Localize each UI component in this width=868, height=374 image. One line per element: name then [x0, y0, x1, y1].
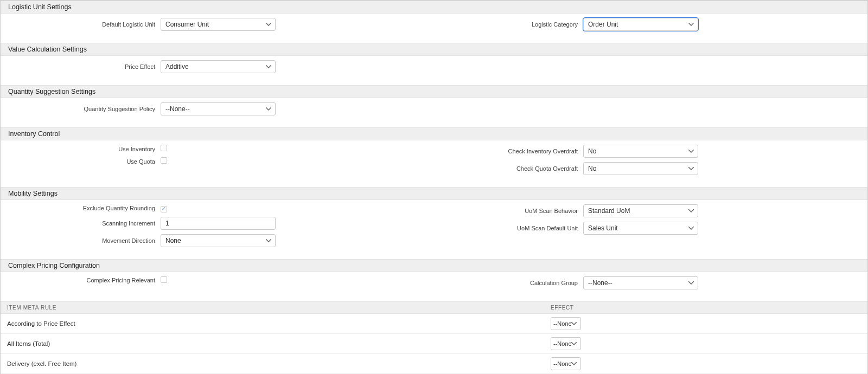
- section-header-quantity: Quantity Suggestion Settings: [1, 85, 867, 98]
- table-row: Delivery (excl. Free Item)--None--: [1, 354, 867, 374]
- label-check-quota-overdraft: Check Quota Overdraft: [434, 165, 583, 172]
- table-row: According to Price Effect--None--: [1, 314, 867, 334]
- checkbox-complex-pricing-relevant[interactable]: [161, 276, 167, 283]
- section-header-mobility: Mobility Settings: [1, 187, 867, 200]
- section-header-logistic: Logistic Unit Settings: [1, 1, 867, 14]
- select-uom-scan-behavior[interactable]: Standard UoM: [583, 204, 698, 217]
- label-default-logistic-unit: Default Logistic Unit: [1, 21, 161, 28]
- select-movement-direction[interactable]: None: [161, 234, 276, 247]
- label-price-effect: Price Effect: [1, 63, 161, 70]
- section-header-inventory: Inventory Control: [1, 127, 867, 140]
- label-use-quota: Use Quota: [1, 158, 161, 165]
- select-calculation-group[interactable]: --None--: [583, 276, 698, 289]
- section-header-complex: Complex Pricing Configuration: [1, 259, 867, 272]
- label-quantity-policy: Quantity Suggestion Policy: [1, 106, 161, 112]
- select-effect[interactable]: --None--: [551, 357, 581, 370]
- select-check-quota-overdraft[interactable]: No: [583, 162, 698, 175]
- table-row: All Items (Total)--None--: [1, 334, 867, 354]
- select-effect[interactable]: --None--: [551, 337, 581, 350]
- label-complex-pricing-relevant: Complex Pricing Relevant: [1, 277, 161, 283]
- column-header-effect: Effect: [551, 305, 861, 311]
- item-meta-rule-cell: All Items (Total): [7, 340, 551, 347]
- label-calculation-group: Calculation Group: [434, 280, 583, 286]
- table-header: Item Meta Rule Effect: [1, 301, 867, 314]
- item-meta-rule-cell: Delivery (excl. Free Item): [7, 360, 551, 367]
- label-scanning-increment: Scanning Increment: [1, 220, 161, 227]
- item-meta-rule-cell: According to Price Effect: [7, 320, 551, 327]
- checkbox-exclude-rounding[interactable]: [161, 206, 167, 212]
- select-default-logistic-unit[interactable]: Consumer Unit: [161, 18, 276, 31]
- checkbox-use-quota[interactable]: [161, 157, 167, 164]
- select-price-effect[interactable]: Additive: [161, 60, 276, 73]
- select-logistic-category[interactable]: Order Unit: [583, 18, 698, 31]
- select-effect[interactable]: --None--: [551, 317, 581, 330]
- input-scanning-increment[interactable]: [161, 217, 276, 230]
- select-check-inventory-overdraft[interactable]: No: [583, 145, 698, 158]
- section-header-value-calc: Value Calculation Settings: [1, 43, 867, 56]
- label-movement-direction: Movement Direction: [1, 237, 161, 244]
- select-quantity-policy[interactable]: --None--: [161, 102, 276, 115]
- label-uom-scan-behavior: UoM Scan Behavior: [434, 208, 583, 214]
- label-check-inventory-overdraft: Check Inventory Overdraft: [434, 148, 583, 154]
- label-logistic-category: Logistic Category: [434, 21, 583, 28]
- label-exclude-rounding: Exclude Quantity Rounding: [1, 205, 161, 211]
- label-uom-scan-default: UoM Scan Default Unit: [434, 225, 583, 231]
- column-header-item-meta-rule: Item Meta Rule: [7, 305, 551, 311]
- select-uom-scan-default[interactable]: Sales Unit: [583, 222, 698, 235]
- checkbox-use-inventory[interactable]: [161, 145, 167, 151]
- label-use-inventory: Use Inventory: [1, 146, 161, 152]
